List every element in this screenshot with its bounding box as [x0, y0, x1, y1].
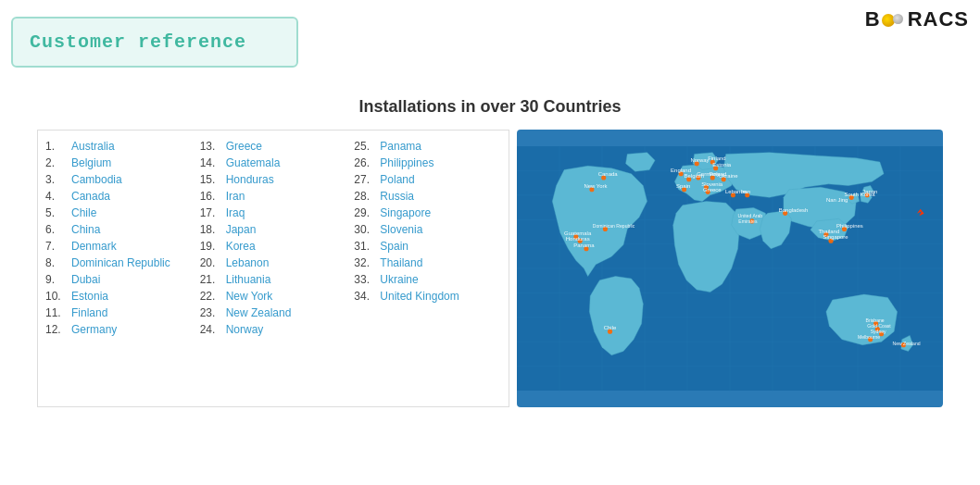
svg-text:Melbourne: Melbourne [858, 334, 880, 340]
svg-text:England: England [671, 168, 691, 173]
list-item: 26.Philippines [354, 155, 501, 171]
svg-text:Gold Coast: Gold Coast [867, 323, 891, 329]
list-item: 22.New York [200, 288, 347, 305]
svg-text:Guatemala: Guatemala [564, 230, 592, 236]
countries-col-2: 13.Greece14.Guatemala15.Honduras16.Iran1… [196, 138, 351, 399]
list-item: 12.Germany [45, 321, 193, 338]
list-item: 32.Thailand [354, 255, 501, 271]
svg-text:Iran: Iran [741, 189, 750, 194]
countries-col-3: 25.Panama26.Philippines27.Poland28.Russi… [350, 138, 505, 399]
svg-text:Thailand: Thailand [818, 229, 839, 234]
svg-text:Canada: Canada [598, 171, 619, 177]
list-item: 10.Estonia [45, 288, 193, 305]
svg-text:Bangladesh: Bangladesh [779, 207, 808, 213]
svg-text:Finland: Finland [708, 155, 726, 161]
content-row: 1.Australia2.Belgium3.Cambodia4.Canada5.… [37, 130, 943, 407]
list-item: 30.Slovenia [354, 221, 501, 238]
svg-text:Greece: Greece [703, 187, 722, 193]
svg-text:Philippines: Philippines [836, 223, 863, 229]
list-item: 19.Korea [200, 238, 347, 255]
world-map: Norway Finland Estonia England Belgium G… [517, 130, 943, 407]
svg-text:Slovenia: Slovenia [701, 181, 723, 187]
list-item: 3.Cambodia [45, 171, 193, 188]
list-item: 18.Japan [200, 221, 347, 238]
section-title: Installations in over 30 Countries [37, 97, 943, 117]
list-item: 28.Russia [354, 188, 501, 205]
customer-reference-box: Customer reference [11, 17, 298, 68]
list-item: 15.Honduras [200, 171, 347, 188]
list-item: 4.Canada [45, 188, 193, 205]
list-item: 20.Lebanon [200, 255, 347, 271]
list-item: 8.Dominican Republic [45, 255, 193, 271]
list-item: 27.Poland [354, 171, 501, 188]
boracs-logo: BRACS [865, 7, 969, 31]
list-item: 25.Panama [354, 138, 501, 155]
countries-col-1: 1.Australia2.Belgium3.Cambodia4.Canada5.… [42, 138, 196, 399]
main-content: Installations in over 30 Countries 1.Aus… [0, 97, 980, 407]
list-item: 31.Spain [354, 238, 501, 255]
svg-text:Estonia: Estonia [712, 162, 732, 168]
svg-text:Panama: Panama [573, 242, 595, 248]
list-item: 34.United Kingdom [354, 288, 501, 305]
list-item: 24.Norway [200, 321, 347, 338]
list-item: 5.Chile [45, 205, 193, 221]
svg-text:Sydney: Sydney [871, 329, 886, 334]
list-item: 14.Guatemala [200, 155, 347, 171]
svg-text:Emirates: Emirates [738, 218, 758, 224]
list-item: 11.Finland [45, 305, 193, 321]
svg-text:Norway: Norway [690, 157, 709, 163]
svg-text:Dominican Republic: Dominican Republic [593, 223, 635, 229]
svg-text:Brisbane: Brisbane [866, 317, 885, 323]
list-item: 6.China [45, 221, 193, 238]
list-item: 7.Denmark [45, 238, 193, 255]
svg-text:Chile: Chile [604, 325, 617, 330]
list-item: 2.Belgium [45, 155, 193, 171]
svg-text:New York: New York [584, 183, 607, 189]
svg-text:Poland: Poland [710, 171, 727, 177]
list-item: 23.New Zealand [200, 305, 347, 321]
list-item: 17.Iraq [200, 205, 347, 221]
svg-text:Japan: Japan [862, 189, 877, 194]
svg-text:Nan Jing: Nan Jing [826, 197, 848, 203]
svg-text:Spain: Spain [676, 183, 690, 189]
svg-text:United Arab: United Arab [738, 213, 763, 218]
list-item: 1.Australia [45, 138, 193, 155]
svg-text:New Zealand: New Zealand [892, 341, 920, 346]
list-item: 16.Iran [200, 188, 347, 205]
list-item: 9.Dubai [45, 271, 193, 288]
list-item: 21.Lithuania [200, 271, 347, 288]
list-item: 33.Ukraine [354, 271, 501, 288]
countries-list: 1.Australia2.Belgium3.Cambodia4.Canada5.… [37, 130, 509, 407]
list-item: 29.Singapore [354, 205, 501, 221]
list-item: 13.Greece [200, 138, 347, 155]
svg-text:Honduras: Honduras [566, 236, 590, 242]
customer-reference-label: Customer reference [30, 31, 246, 53]
svg-text:Singapore: Singapore [823, 234, 849, 240]
